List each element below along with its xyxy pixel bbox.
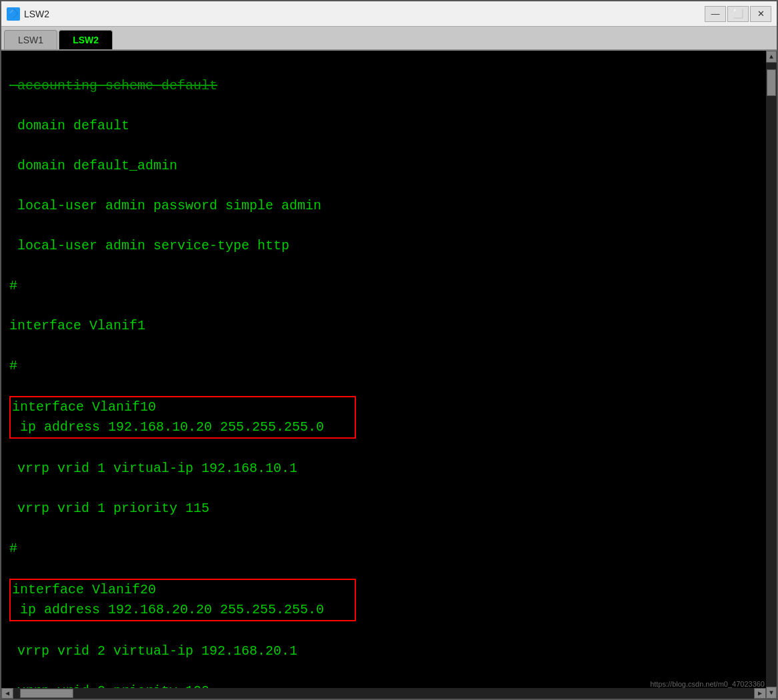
line-domain1: domain default [9,116,758,136]
terminal-area: accounting-scheme default domain default… [1,51,777,699]
line-hash3: # [9,539,758,559]
line-vlanif10-box: interface Vlanif10 ip address 192.168.10… [9,396,356,439]
restore-button[interactable]: ⬜ [727,6,749,22]
line-vlanif20-box: interface Vlanif20 ip address 192.168.20… [9,579,356,621]
line-localuser1: local-user admin password simple admin [9,196,758,216]
vscroll-down-button[interactable]: ▼ [766,687,777,699]
line-vrrp1b: vrrp vrid 1 priority 115 [9,499,758,519]
line-hash2: # [9,356,758,376]
terminal-main: accounting-scheme default domain default… [1,51,766,699]
main-window: 🔷 LSW2 — ⬜ ✕ LSW1 LSW2 accounting-scheme… [0,0,778,700]
line-domain2: domain default_admin [9,156,758,176]
terminal-content[interactable]: accounting-scheme default domain default… [1,51,766,688]
window-controls: — ⬜ ✕ [705,6,771,22]
vscroll-thumb[interactable] [767,69,776,96]
window-title: LSW2 [24,9,705,19]
line-vlanif20-a: interface Vlanif20 [12,580,353,600]
line-vlanif20-b: ip address 192.168.20.20 255.255.255.0 [12,600,353,620]
hscroll-left-button[interactable]: ◀ [1,688,13,699]
hscroll-thumb[interactable] [20,689,73,698]
line-vrrp1a: vrrp vrid 1 virtual-ip 192.168.10.1 [9,459,758,479]
tab-bar: LSW1 LSW2 [1,27,777,51]
tab-lsw1[interactable]: LSW1 [4,30,57,49]
minimize-button[interactable]: — [705,6,726,22]
horizontal-scrollbar[interactable]: ◀ ▶ [1,688,766,699]
line-vrrp2a: vrrp vrid 2 virtual-ip 192.168.20.1 [9,641,758,661]
line-vlanif10-b: ip address 192.168.10.20 255.255.255.0 [12,417,353,437]
line-hash1: # [9,276,758,296]
title-bar: 🔷 LSW2 — ⬜ ✕ [1,1,777,27]
tab-lsw2[interactable]: LSW2 [59,30,113,49]
line-vlanif10-a: interface Vlanif10 [12,397,353,417]
vscroll-track[interactable] [766,63,777,687]
vscroll-up-button[interactable]: ▲ [766,51,777,63]
watermark: https://blog.csdn.net/m0_47023360 [650,680,765,688]
vertical-scrollbar[interactable]: ▲ ▼ [766,51,777,699]
hscroll-track[interactable] [13,688,754,699]
close-button[interactable]: ✕ [750,6,771,22]
app-icon: 🔷 [7,7,20,21]
line-vrrp2b: vrrp vrid 2 priority 120 [9,681,758,688]
line-vlanif1: interface Vlanif1 [9,316,758,336]
hscroll-right-button[interactable]: ▶ [754,688,766,699]
line-localuser2: local-user admin service-type http [9,236,758,256]
line-accounting: accounting-scheme default [9,76,758,96]
